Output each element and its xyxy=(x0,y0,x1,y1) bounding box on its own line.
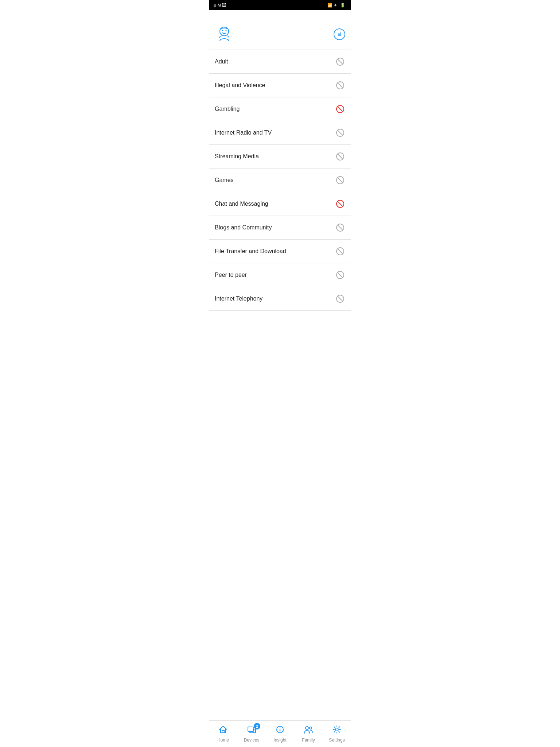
profile-info xyxy=(239,34,334,35)
avatar xyxy=(215,25,234,44)
unblocked-icon[interactable] xyxy=(335,246,345,256)
airplane-icon: ✈ xyxy=(334,3,337,8)
status-right-info: 📶 ✈ 🔋 xyxy=(327,3,347,8)
svg-point-1 xyxy=(222,30,223,31)
unblocked-icon[interactable] xyxy=(335,222,345,233)
list-item[interactable]: Chat and Messaging xyxy=(209,192,351,216)
svg-line-4 xyxy=(338,59,343,64)
unblocked-icon[interactable] xyxy=(335,175,345,185)
list-item-label: Blogs and Community xyxy=(215,224,272,231)
svg-line-18 xyxy=(338,225,343,230)
switch-profile-button[interactable] xyxy=(334,28,345,40)
list-item[interactable]: Internet Telephony xyxy=(209,287,351,311)
list-item-label: Games xyxy=(215,177,234,183)
status-bar: ⊕ M 🖼 📶 ✈ 🔋 xyxy=(209,0,351,10)
svg-line-22 xyxy=(338,273,343,278)
list-item[interactable]: Streaming Media xyxy=(209,145,351,169)
list-item[interactable]: Gambling xyxy=(209,97,351,121)
svg-line-10 xyxy=(338,131,343,135)
unblocked-icon[interactable] xyxy=(335,270,345,280)
list-item[interactable]: Peer to peer xyxy=(209,263,351,287)
svg-line-20 xyxy=(338,249,343,254)
content-block-list: Adult Illegal and Violence Gambling Inte… xyxy=(209,50,351,311)
list-item-label: Internet Radio and TV xyxy=(215,129,272,136)
svg-point-2 xyxy=(226,30,227,31)
list-item[interactable]: Games xyxy=(209,169,351,192)
svg-line-14 xyxy=(338,178,343,183)
list-item-label: Chat and Messaging xyxy=(215,201,268,207)
status-left-icons: ⊕ M 🖼 xyxy=(213,3,226,8)
wifi-icon: 📶 xyxy=(327,3,332,8)
unblocked-icon[interactable] xyxy=(335,294,345,304)
unblocked-icon[interactable] xyxy=(335,151,345,162)
svg-line-6 xyxy=(338,83,343,88)
app-icons: ⊕ M 🖼 xyxy=(213,3,226,8)
list-item[interactable]: Blogs and Community xyxy=(209,216,351,240)
list-item-label: Adult xyxy=(215,58,228,65)
profile-section xyxy=(209,19,351,50)
list-item[interactable]: Adult xyxy=(209,50,351,74)
svg-line-16 xyxy=(338,201,343,206)
list-item-label: Peer to peer xyxy=(215,272,247,278)
list-item-label: Illegal and Violence xyxy=(215,82,265,89)
list-item-label: File Transfer and Download xyxy=(215,248,286,255)
list-item[interactable]: Illegal and Violence xyxy=(209,74,351,97)
list-item-label: Internet Telephony xyxy=(215,295,262,302)
header xyxy=(209,10,351,19)
battery-icon: 🔋 xyxy=(340,3,345,8)
svg-line-12 xyxy=(338,154,343,159)
unblocked-icon[interactable] xyxy=(335,57,345,67)
list-item-label: Streaming Media xyxy=(215,153,259,160)
list-item[interactable]: File Transfer and Download xyxy=(209,240,351,263)
unblocked-icon[interactable] xyxy=(335,128,345,138)
svg-line-8 xyxy=(338,107,343,112)
blocked-icon[interactable] xyxy=(335,199,345,209)
list-item[interactable]: Internet Radio and TV xyxy=(209,121,351,145)
blocked-icon[interactable] xyxy=(335,104,345,114)
svg-line-24 xyxy=(338,297,343,301)
list-item-label: Gambling xyxy=(215,106,240,112)
unblocked-icon[interactable] xyxy=(335,80,345,90)
